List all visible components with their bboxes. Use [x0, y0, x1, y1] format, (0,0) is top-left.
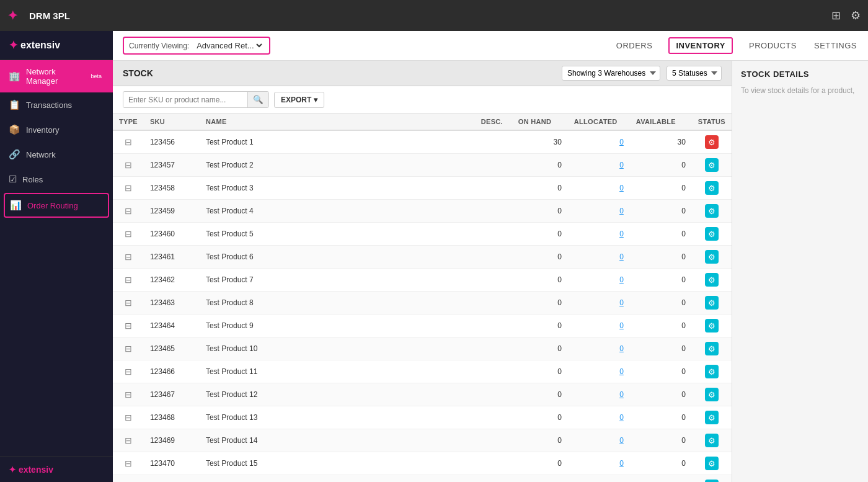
cell-status[interactable]: ⚙: [692, 337, 732, 360]
allocated-link[interactable]: 0: [619, 459, 624, 468]
allocated-link[interactable]: 0: [619, 413, 624, 422]
cell-status[interactable]: ⚙: [692, 429, 732, 452]
tab-products[interactable]: PRODUCTS: [748, 38, 798, 53]
cell-allocated[interactable]: 0: [568, 429, 630, 452]
cell-status[interactable]: ⚙: [692, 406, 732, 429]
product-icon: ⊟: [125, 183, 132, 193]
cell-status[interactable]: ⚙: [692, 130, 732, 154]
cell-allocated[interactable]: 0: [568, 269, 630, 292]
settings-icon[interactable]: ⚙: [851, 9, 861, 22]
table-row[interactable]: ⊟ 123468 Test Product 13 0 0 0 ⚙: [113, 406, 732, 429]
allocated-link[interactable]: 0: [619, 252, 624, 261]
export-button[interactable]: EXPORT ▾: [274, 92, 324, 108]
col-sku: SKU: [144, 114, 200, 130]
beta-badge: beta: [88, 73, 104, 80]
status-filter-select[interactable]: 5 Statuses: [666, 66, 722, 81]
search-input[interactable]: [123, 92, 247, 107]
table-row[interactable]: ⊟ 123467 Test Product 12 0 0 0 ⚙: [113, 383, 732, 406]
cell-type: ⊟: [113, 292, 144, 315]
cell-onhand: 0: [512, 475, 568, 483]
allocated-link[interactable]: 0: [619, 207, 624, 215]
allocated-link[interactable]: 0: [619, 344, 624, 353]
cell-allocated[interactable]: 0: [568, 200, 630, 223]
cell-type: ⊟: [113, 475, 144, 483]
table-row[interactable]: ⊟ 123457 Test Product 2 0 0 0 ⚙: [113, 154, 732, 177]
cell-allocated[interactable]: 0: [568, 130, 630, 154]
allocated-link[interactable]: 0: [619, 161, 624, 169]
table-row[interactable]: ⊟ 123459 Test Product 4 0 0 0 ⚙: [113, 200, 732, 223]
cell-status[interactable]: ⚙: [692, 200, 732, 223]
grid-icon[interactable]: ⊞: [831, 9, 841, 22]
cell-sku: 123469: [144, 429, 200, 452]
status-icon: ⚙: [705, 250, 719, 264]
sidebar-item-inventory[interactable]: 📦 Inventory: [0, 117, 113, 142]
cell-name: Test Product 5: [200, 223, 475, 246]
sidebar: ✦ extensiv 🏢 Network Manager beta 📋 Tran…: [0, 31, 113, 482]
tab-orders[interactable]: ORDERS: [615, 38, 654, 53]
table-row[interactable]: ⊟ 123456 Test Product 1 30 0 30 ⚙: [113, 130, 732, 154]
cell-allocated[interactable]: 0: [568, 452, 630, 475]
cell-status[interactable]: ⚙: [692, 154, 732, 177]
allocated-link[interactable]: 0: [619, 184, 624, 192]
cell-allocated[interactable]: 0: [568, 337, 630, 360]
cell-status[interactable]: ⚙: [692, 452, 732, 475]
table-row[interactable]: ⊟ 123469 Test Product 14 0 0 0 ⚙: [113, 429, 732, 452]
cell-status[interactable]: ⚙: [692, 383, 732, 406]
allocated-link[interactable]: 0: [619, 321, 624, 330]
cell-status[interactable]: ⚙: [692, 223, 732, 246]
cell-allocated[interactable]: 0: [568, 383, 630, 406]
sidebar-item-order-routing[interactable]: 📊 Order Routing: [4, 193, 109, 218]
cell-status[interactable]: ⚙: [692, 246, 732, 269]
cell-name: Test Product 16: [200, 475, 475, 483]
cell-allocated[interactable]: 0: [568, 246, 630, 269]
cell-status[interactable]: ⚙: [692, 269, 732, 292]
cell-allocated[interactable]: 0: [568, 406, 630, 429]
cell-allocated[interactable]: 0: [568, 360, 630, 383]
sidebar-item-network-manager[interactable]: 🏢 Network Manager beta: [0, 60, 113, 92]
search-button[interactable]: 🔍: [247, 92, 268, 107]
cell-allocated[interactable]: 0: [568, 223, 630, 246]
cell-allocated[interactable]: 0: [568, 475, 630, 483]
allocated-link[interactable]: 0: [619, 275, 624, 284]
cell-status[interactable]: ⚙: [692, 292, 732, 315]
allocated-link[interactable]: 0: [619, 436, 624, 445]
cell-allocated[interactable]: 0: [568, 177, 630, 200]
cell-name: Test Product 12: [200, 383, 475, 406]
cell-status[interactable]: ⚙: [692, 177, 732, 200]
table-row[interactable]: ⊟ 123464 Test Product 9 0 0 0 ⚙: [113, 315, 732, 337]
table-row[interactable]: ⊟ 123470 Test Product 15 0 0 0 ⚙: [113, 452, 732, 475]
cell-status[interactable]: ⚙: [692, 475, 732, 483]
table-row[interactable]: ⊟ 123463 Test Product 8 0 0 0 ⚙: [113, 292, 732, 315]
table-row[interactable]: ⊟ 123458 Test Product 3 0 0 0 ⚙: [113, 177, 732, 200]
table-row[interactable]: ⊟ 123461 Test Product 6 0 0 0 ⚙: [113, 246, 732, 269]
cell-allocated[interactable]: 0: [568, 154, 630, 177]
table-row[interactable]: ⊟ 123460 Test Product 5 0 0 0 ⚙: [113, 223, 732, 246]
tab-settings[interactable]: SETTINGS: [813, 38, 858, 53]
col-name: NAME: [200, 114, 475, 130]
allocated-link[interactable]: 0: [619, 138, 624, 146]
table-row[interactable]: ⊟ 123466 Test Product 11 0 0 0 ⚙: [113, 360, 732, 383]
sidebar-item-roles[interactable]: ☑ Roles: [0, 167, 113, 192]
sidebar-item-transactions[interactable]: 📋 Transactions: [0, 92, 113, 117]
status-icon: ⚙: [705, 457, 719, 470]
allocated-link[interactable]: 0: [619, 367, 624, 376]
allocated-link[interactable]: 0: [619, 390, 624, 399]
status-icon: ⚙: [705, 434, 719, 447]
table-row[interactable]: ⊟ 123471 Test Product 16 0 0 0 ⚙: [113, 475, 732, 483]
cell-status[interactable]: ⚙: [692, 315, 732, 337]
tab-inventory[interactable]: INVENTORY: [668, 37, 733, 54]
extensiv-logo: ✦: [7, 8, 18, 23]
currently-viewing-select[interactable]: Advanced Ret...: [194, 40, 264, 51]
cell-status[interactable]: ⚙: [692, 360, 732, 383]
cell-available: 0: [630, 246, 692, 269]
cell-allocated[interactable]: 0: [568, 315, 630, 337]
table-row[interactable]: ⊟ 123462 Test Product 7 0 0 0 ⚙: [113, 269, 732, 292]
cell-allocated[interactable]: 0: [568, 292, 630, 315]
allocated-link[interactable]: 0: [619, 230, 624, 238]
sidebar-label-network-manager: Network Manager: [26, 67, 80, 86]
col-onhand: ON HAND: [512, 114, 568, 130]
sidebar-item-network[interactable]: 🔗 Network: [0, 142, 113, 167]
allocated-link[interactable]: 0: [619, 298, 624, 307]
warehouse-filter-select[interactable]: Showing 3 Warehouses: [562, 66, 660, 81]
table-row[interactable]: ⊟ 123465 Test Product 10 0 0 0 ⚙: [113, 337, 732, 360]
